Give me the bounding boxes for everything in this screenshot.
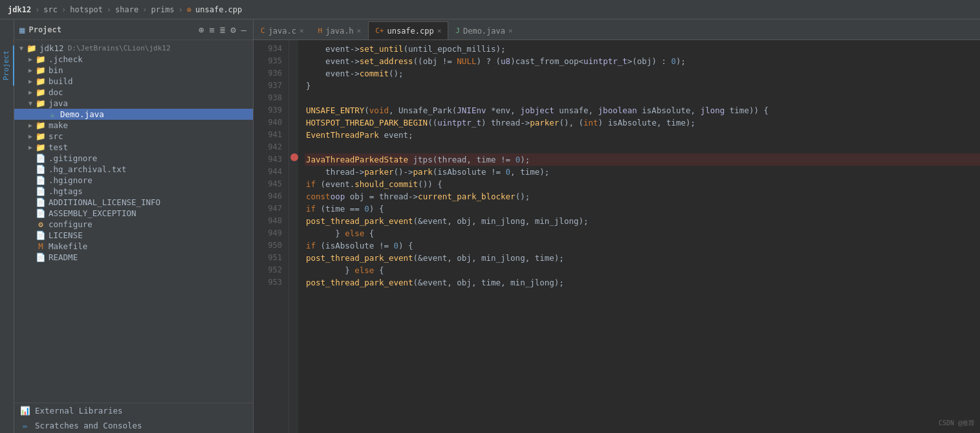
item-name-jdk12: jdk12 (39, 43, 64, 53)
close-sidebar-icon[interactable]: — (240, 23, 248, 36)
scratches-item[interactable]: ✏ Scratches and Consoles (14, 418, 253, 433)
tab-icon-java-h: H (318, 27, 323, 35)
tab-close-demo-java[interactable]: ✕ (508, 27, 513, 35)
item-name-hg-archival: .hg_archival.txt (49, 164, 126, 174)
tab-java-h[interactable]: H java.h ✕ (311, 21, 369, 39)
code-editor[interactable]: 9349359369379389399409419429439449459469… (254, 40, 980, 433)
scratches-label: Scratches and Consoles (35, 421, 142, 430)
tab-unsafe-cpp[interactable]: C+ unsafe.cpp ✕ (368, 21, 448, 39)
code-line: thread->parker()->park(isAbsolute != 0, … (305, 166, 980, 178)
tree-item-java[interactable]: ▼ 📁 java (14, 98, 253, 109)
code-line: post_thread_park_event(&event, obj, min_… (305, 252, 980, 264)
item-name-additional-license: ADDITIONAL_LICENSE_INFO (49, 197, 160, 207)
code-line: event->commit(); (305, 67, 980, 80)
tree-item-jcheck[interactable]: ▶ 📁 .jcheck (14, 54, 253, 65)
external-libraries-label: External Libraries (35, 406, 122, 416)
settings-icon[interactable]: ⚙ (229, 23, 237, 36)
project-sidebar: ▦ Project ⊕ ≡ ≣ ⚙ — ▼ 📁 jdk12 D:\JetBrai… (14, 19, 254, 433)
tree-item-test[interactable]: ▶ 📁 test (14, 142, 253, 153)
scratches-icon: ✏ (19, 421, 31, 430)
code-line: if (time == 0) { (305, 203, 980, 215)
code-line: HOTSPOT_THREAD_PARK_BEGIN((uintptr_t) th… (305, 117, 980, 129)
expand-icon[interactable]: ≣ (219, 23, 226, 36)
tree-item-gitignore[interactable]: ▶ 📄 .gitignore (14, 153, 253, 164)
tab-close-java-c[interactable]: ✕ (299, 27, 304, 35)
item-name-src: src (49, 131, 63, 141)
gutter (289, 40, 298, 433)
tree-item-readme[interactable]: ▶ 📄 README (14, 252, 253, 263)
folder-icon-doc: 📁 (35, 87, 47, 97)
external-libraries-item[interactable]: 📊 External Libraries (14, 403, 253, 418)
file-icon-readme: 📄 (35, 252, 47, 262)
tree-item-make[interactable]: ▶ 📁 make (14, 120, 253, 131)
item-name-hgtags: .hgtags (49, 186, 83, 196)
tab-java-c[interactable]: C java.c ✕ (254, 21, 311, 39)
tab-close-unsafe-cpp[interactable]: ✕ (437, 27, 442, 35)
item-name-configure: configure (49, 219, 93, 229)
code-line: } else { (305, 264, 980, 276)
arrow-jdk12: ▼ (17, 45, 26, 52)
arrow-bin: ▶ (26, 67, 35, 74)
item-name-license: LICENSE (49, 230, 83, 240)
item-name-bin: bin (49, 65, 63, 75)
project-tree: ▼ 📁 jdk12 D:\JetBrains\CLion\jdk12 ▶ 📁 .… (14, 40, 253, 403)
sync-icon[interactable]: ⊕ (197, 23, 205, 36)
file-icon-demo-java: ☕ (47, 109, 58, 119)
code-line: } (305, 80, 980, 92)
editor-area: C java.c ✕ H java.h ✕ C+ unsafe.cpp ✕ J … (254, 19, 980, 433)
tree-item-src[interactable]: ▶ 📁 src (14, 131, 253, 142)
tree-item-additional-license[interactable]: ▶ 📄 ADDITIONAL_LICENSE_INFO (14, 197, 253, 208)
code-content[interactable]: event->set_until(until_epoch_millis); ev… (298, 40, 980, 433)
code-line: event->set_address((obj != NULL) ? (u8)c… (305, 55, 980, 67)
code-line: JavaThreadParkedState jtps(thread, time … (305, 153, 980, 166)
arrow-java-folder: ▼ (26, 100, 35, 107)
folder-icon-make: 📁 (35, 120, 47, 130)
item-name-make: make (49, 120, 68, 130)
item-name-jcheck: .jcheck (49, 54, 83, 64)
code-line: if (isAbsolute != 0) { (305, 239, 980, 252)
file-icon-assembly: 📄 (35, 208, 47, 218)
item-name-makefile: Makefile (49, 241, 87, 251)
folder-icon-build: 📁 (35, 76, 47, 86)
tree-item-demo-java[interactable]: ▶ ☕ Demo.java (14, 109, 253, 120)
project-vertical-tab[interactable]: Project (0, 45, 14, 85)
tree-item-configure[interactable]: ▶ ⚙ configure (14, 219, 253, 230)
tab-label-java-c: java.c (268, 27, 296, 36)
breadcrumb-filename: unsafe.cpp (195, 5, 242, 14)
arrow-jcheck: ▶ (26, 56, 35, 63)
folder-icon-jdk12: 📁 (26, 43, 38, 53)
tree-item-assembly[interactable]: ▶ 📄 ASSEMBLY_EXCEPTION (14, 208, 253, 219)
tree-item-build[interactable]: ▶ 📁 build (14, 76, 253, 87)
collapse-icon[interactable]: ≡ (208, 23, 215, 36)
item-name-readme: README (49, 252, 78, 262)
tree-item-doc[interactable]: ▶ 📁 doc (14, 87, 253, 98)
code-line: EventThreadPark event; (305, 129, 980, 141)
tab-demo-java[interactable]: J Demo.java ✕ (448, 21, 519, 39)
vertical-tab-bar: Project (0, 19, 14, 433)
arrow-doc: ▶ (26, 89, 35, 96)
tree-item-jdk12[interactable]: ▼ 📁 jdk12 D:\JetBrains\CLion\jdk12 (14, 43, 253, 54)
tree-item-hgtags[interactable]: ▶ 📄 .hgtags (14, 186, 253, 197)
tab-icon-demo-java: J (455, 27, 460, 35)
file-icon-makefile: M (35, 241, 47, 251)
folder-icon-java: 📁 (35, 98, 47, 108)
item-name-build: build (49, 76, 73, 86)
sidebar-toolbar: ⊕ ≡ ≣ ⚙ — (197, 23, 248, 36)
tab-label-java-h: java.h (325, 27, 353, 36)
watermark: CSDN @推荐 (939, 419, 975, 428)
tree-item-hg-archival[interactable]: ▶ 📄 .hg_archival.txt (14, 164, 253, 175)
tree-item-license[interactable]: ▶ 📄 LICENSE (14, 230, 253, 241)
file-icon-gitignore: 📄 (35, 153, 47, 163)
breadcrumb-share: share (115, 5, 138, 14)
line-numbers: 9349359369379389399409419429439449459469… (254, 40, 289, 433)
tab-close-java-h[interactable]: ✕ (357, 27, 362, 35)
tree-item-makefile[interactable]: ▶ M Makefile (14, 241, 253, 252)
folder-icon-jcheck: 📁 (35, 54, 47, 64)
code-line (305, 92, 980, 104)
file-icon-hgignore: 📄 (35, 175, 47, 185)
sidebar-project-label: Project (28, 25, 61, 34)
tree-item-hgignore[interactable]: ▶ 📄 .hgignore (14, 175, 253, 186)
sidebar-bottom: 📊 External Libraries ✏ Scratches and Con… (14, 403, 253, 433)
breadcrumb-src: src (43, 5, 58, 14)
tree-item-bin[interactable]: ▶ 📁 bin (14, 65, 253, 76)
